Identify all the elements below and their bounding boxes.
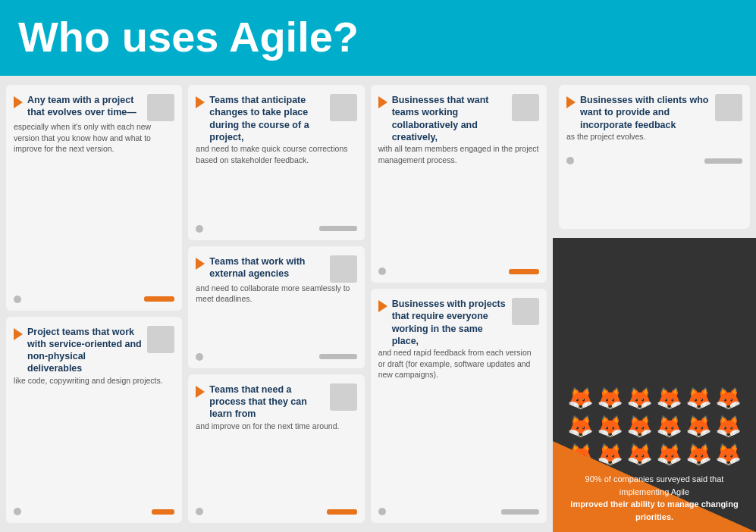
- card-6-thumb: [512, 94, 539, 121]
- card-1-title: Any team with a project that evolves ove…: [27, 94, 143, 119]
- card-1: Any team with a project that evolves ove…: [6, 85, 182, 311]
- fox-3: 🦊: [626, 386, 653, 411]
- card-3-footer: [196, 225, 356, 233]
- card-7-footer: [378, 508, 539, 515]
- card-8-top: Businesses with clients who want to prov…: [566, 94, 742, 131]
- bar-6: [509, 269, 539, 274]
- arrow-icon-8: [566, 96, 576, 108]
- dot-5: [196, 508, 203, 515]
- right-panel: Businesses with clients who want to prov…: [553, 76, 756, 532]
- card-4-thumb: [330, 255, 357, 283]
- card-2-top: Project teams that work with service-ori…: [14, 326, 174, 375]
- card-4-title: Teams that work with external agencies: [209, 255, 325, 280]
- card-6-title: Businesses that want teams working colla…: [392, 94, 507, 143]
- arrow-icon-4: [196, 258, 205, 270]
- bar-1: [144, 296, 174, 302]
- card-5-top-left: Teams that need a process that they can …: [209, 383, 325, 421]
- card-7: Businesses with projects that require ev…: [371, 289, 547, 523]
- main-content: Any team with a project that evolves ove…: [0, 76, 756, 532]
- arrow-icon-1: [14, 96, 23, 108]
- card-5-inner: Teams that need a process that they can …: [196, 383, 356, 515]
- card-5: Teams that need a process that they can …: [188, 374, 364, 523]
- card-1-inner: Any team with a project that evolves ove…: [14, 94, 174, 303]
- column-1: Any team with a project that evolves ove…: [6, 85, 182, 523]
- fox-area: 🦊 🦊 🦊 🦊 🦊 🦊 🦊 🦊 🦊 🦊 🦊 🦊 🦊 🦊 🦊 🦊 🦊 🦊: [553, 238, 756, 532]
- card-7-thumb: [512, 298, 539, 325]
- card-2: Project teams that work with service-ori…: [6, 317, 182, 523]
- bar-3: [319, 226, 357, 231]
- card-7-inner: Businesses with projects that require ev…: [378, 298, 539, 515]
- card-5-body: and improve on for the next time around.: [196, 421, 356, 432]
- card-8-body: as the project evolves.: [566, 131, 742, 142]
- cards-area: Any team with a project that evolves ove…: [0, 76, 553, 532]
- fox-4: 🦊: [656, 386, 682, 411]
- card-3-thumb: [330, 94, 357, 121]
- fox-2: 🦊: [597, 386, 623, 411]
- bar-7: [501, 509, 539, 515]
- arrow-icon-7: [378, 300, 387, 312]
- card-6-inner: Businesses that want teams working colla…: [378, 94, 539, 275]
- card-6-footer: [378, 268, 539, 275]
- card-5-title: Teams that need a process that they can …: [209, 383, 325, 421]
- fox-1: 🦊: [567, 386, 594, 411]
- arrow-icon-2: [14, 328, 23, 340]
- card-4-top-left: Teams that work with external agencies: [209, 255, 325, 280]
- fox-7: 🦊: [567, 414, 594, 439]
- card-7-top-left: Businesses with projects that require ev…: [392, 298, 507, 347]
- card-6-top-left: Businesses that want teams working colla…: [392, 94, 507, 143]
- card-7-title: Businesses with projects that require ev…: [392, 298, 507, 347]
- fox-8: 🦊: [597, 414, 623, 439]
- card-7-body: and need rapid feedback from each versio…: [378, 347, 539, 380]
- bar-8: [704, 158, 742, 164]
- card-3: Teams that anticipate changes to take pl…: [188, 85, 364, 240]
- card-6: Businesses that want teams working colla…: [371, 85, 547, 283]
- card-5-top: Teams that need a process that they can …: [196, 383, 356, 421]
- card-1-body: especially when it's only with each new …: [14, 121, 174, 155]
- page-title: Who uses Agile?: [18, 14, 738, 61]
- card-8-thumb: [715, 94, 742, 121]
- card-2-footer: [14, 508, 174, 515]
- card-5-footer: [196, 508, 356, 515]
- bar-2: [152, 509, 174, 515]
- card-8: Businesses with clients who want to prov…: [559, 85, 750, 229]
- card-3-top-left: Teams that anticipate changes to take pl…: [209, 94, 325, 143]
- card-3-inner: Teams that anticipate changes to take pl…: [196, 94, 356, 233]
- bar-5: [327, 509, 357, 515]
- stats-text: 90% of companies surveyed said that impl…: [553, 467, 756, 532]
- arrow-icon-6: [378, 96, 387, 108]
- dot-8: [566, 157, 574, 164]
- card-3-title: Teams that anticipate changes to take pl…: [209, 94, 325, 143]
- fox-9: 🦊: [626, 414, 653, 439]
- dot-7: [378, 508, 386, 515]
- dot-2: [14, 508, 21, 515]
- card-2-thumb: [147, 326, 174, 353]
- card-7-top: Businesses with projects that require ev…: [378, 298, 539, 347]
- dot-3: [196, 225, 203, 233]
- dot-6: [378, 268, 386, 275]
- card-2-top-left: Project teams that work with service-ori…: [27, 326, 143, 375]
- arrow-icon-5: [196, 386, 205, 398]
- stats-line2: improved their ability to manage changin…: [565, 498, 744, 523]
- card-3-body: and need to make quick course correction…: [196, 143, 356, 165]
- card-4-footer: [196, 353, 356, 361]
- card-1-thumb: [147, 94, 174, 121]
- stats-line1: 90% of companies surveyed said that impl…: [585, 474, 724, 496]
- card-6-body: with all team members engaged in the pro…: [378, 143, 539, 165]
- fox-11: 🦊: [685, 414, 712, 439]
- card-2-inner: Project teams that work with service-ori…: [14, 326, 174, 515]
- bar-4: [319, 354, 357, 359]
- fox-10: 🦊: [656, 414, 682, 439]
- col4-card-area: Businesses with clients who want to prov…: [553, 76, 756, 238]
- dot-1: [14, 296, 21, 303]
- card-1-top: Any team with a project that evolves ove…: [14, 94, 174, 121]
- card-4-top: Teams that work with external agencies: [196, 255, 356, 283]
- card-4-body: and need to collaborate more seamlessly …: [196, 283, 356, 305]
- card-5-thumb: [330, 383, 357, 411]
- card-3-top: Teams that anticipate changes to take pl…: [196, 94, 356, 143]
- column-2: Teams that anticipate changes to take pl…: [188, 85, 364, 523]
- fox-12: 🦊: [715, 414, 742, 439]
- arrow-icon-3: [196, 96, 205, 108]
- card-8-inner: Businesses with clients who want to prov…: [566, 94, 742, 164]
- card-8-top-left: Businesses with clients who want to prov…: [580, 94, 711, 131]
- card-8-title: Businesses with clients who want to prov…: [580, 94, 711, 131]
